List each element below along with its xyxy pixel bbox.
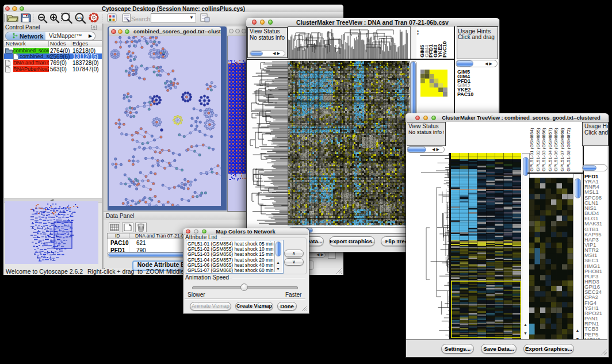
svg-text:1:1: 1:1 bbox=[77, 16, 82, 20]
